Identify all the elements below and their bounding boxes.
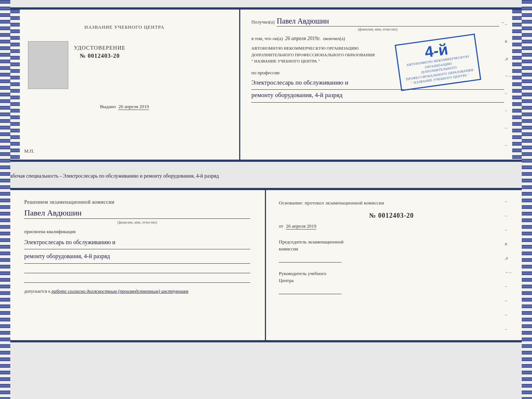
udostoverenie-block: УДОСТОВЕРЕНИЕ № 0012403-20 xyxy=(74,45,126,59)
school-name-top: НАЗВАНИЕ УЧЕБНОГО ЦЕНТРА xyxy=(85,24,164,30)
middle-specialty-text: Рабочая специальность - Электрослесарь п… xyxy=(7,168,525,181)
vtom-label: в том, что он(a) xyxy=(251,36,283,42)
right-decorations: – и ,а ←– – – – – xyxy=(505,10,511,160)
recipient-name: Павел Авдюшин xyxy=(277,17,499,26)
predsedatel-label2: комиссии xyxy=(279,245,504,253)
vydano-label: Выдано xyxy=(100,104,116,109)
ot-date-line: от 26 апреля 2019 xyxy=(279,223,504,229)
qual-line2: ремонту оборудования, 4-й разряд xyxy=(24,251,250,263)
bottom-document: Решением экзаменационной комиссии Павел … xyxy=(7,188,525,342)
page-wrapper: НАЗВАНИЕ УЧЕБНОГО ЦЕНТРА УДОСТОВЕРЕНИЕ №… xyxy=(7,7,525,342)
spine-left-bottom xyxy=(0,0,10,399)
vydano-line: Выдано 26 апреля 2019 xyxy=(100,104,149,110)
spine-right-bottom xyxy=(522,0,532,399)
udost-title: УДОСТОВЕРЕНИЕ xyxy=(74,45,126,51)
rukovoditel-signature-line xyxy=(279,286,341,294)
spine-right xyxy=(512,10,522,160)
bottom-doc-left-panel: Решением экзаменационной комиссии Павел … xyxy=(10,190,266,340)
top-doc-left-panel: НАЗВАНИЕ УЧЕБНОГО ЦЕНТРА УДОСТОВЕРЕНИЕ №… xyxy=(10,10,240,160)
resheniem-title: Решением экзаменационной комиссии xyxy=(24,199,250,205)
top-doc-right-panel: Получил(a) Павел Авдюшин – (фамилия, имя… xyxy=(240,10,522,160)
udost-number: № 0012403-20 xyxy=(74,53,126,59)
ot-label: от xyxy=(279,223,283,229)
osnovanie-title: Основание: протокол экзаменационной коми… xyxy=(279,199,504,207)
fio-label-bottom: (фамилия, имя, отчество) xyxy=(24,220,250,224)
rukovoditel-label2: Центра xyxy=(279,277,504,284)
okonchil-label: окончил(a) xyxy=(323,36,345,42)
poluchil-line: Получил(a) Павел Авдюшин – xyxy=(251,17,504,26)
profession-line2: ремонту оборудования, 4-й разряд xyxy=(251,90,504,103)
predsedatel-label1: Председатель экзаменационной xyxy=(279,238,504,246)
mp-label: М.П. xyxy=(24,148,34,154)
dash-after-name: – xyxy=(502,19,504,25)
top-document: НАЗВАНИЕ УЧЕБНОГО ЦЕНТРА УДОСТОВЕРЕНИЕ №… xyxy=(7,7,525,162)
osnovanie-number: № 0012403-20 xyxy=(279,212,504,220)
vydano-date: 26 апреля 2019 xyxy=(118,104,149,110)
dopusk-label: допускается к xyxy=(24,289,50,294)
bottom-right-decorations: – – – и ,а ←– – – – – xyxy=(505,190,511,340)
dopusk-text: работе согласно должностным (производств… xyxy=(51,288,188,294)
blank-line-2 xyxy=(24,275,250,283)
photo-placeholder xyxy=(28,41,68,89)
date-handwritten: 26 апреля 2019г. xyxy=(285,36,321,42)
bottom-name: Павел Авдюшин xyxy=(24,208,250,219)
poluchil-label: Получил(a) xyxy=(251,19,274,25)
prisvoena-label: присвоена квалификация xyxy=(24,229,250,235)
ot-date-value: 26 апреля 2019 xyxy=(286,223,316,229)
predsedatel-block: Председатель экзаменационной комиссии xyxy=(279,238,504,263)
bottom-doc-right-panel: Основание: протокол экзаменационной коми… xyxy=(266,190,522,340)
predsedatel-signature-line xyxy=(279,254,341,263)
blank-line-1 xyxy=(24,265,250,273)
rukovoditel-label1: Руководитель учебного xyxy=(279,270,504,277)
fio-label-top: (фамилия, имя, отчество) xyxy=(251,27,504,31)
dopuskaetsya-block: допускается к работе согласно должностны… xyxy=(24,288,250,294)
qual-line1: Электрослесарь по обслуживанию и xyxy=(24,237,250,249)
rukovoditel-block: Руководитель учебного Центра xyxy=(279,270,504,294)
